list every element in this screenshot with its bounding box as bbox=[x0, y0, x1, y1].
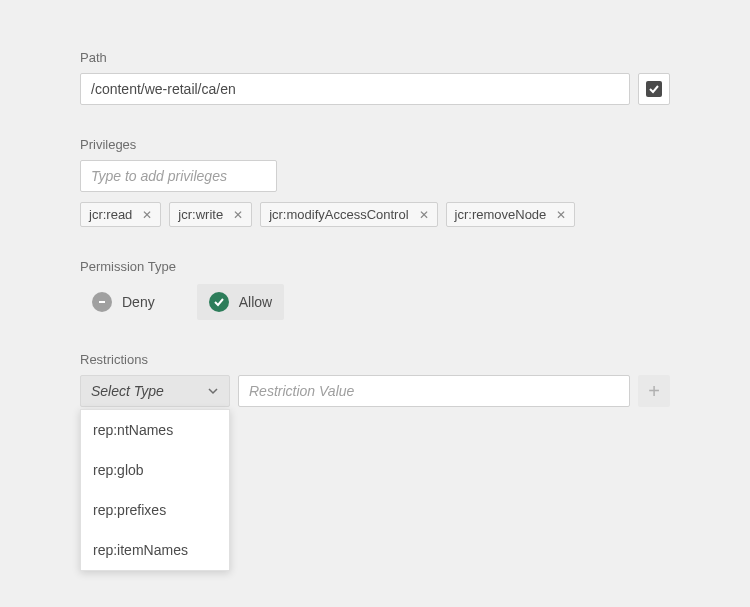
privilege-tag: jcr:removeNode ✕ bbox=[446, 202, 576, 227]
minus-icon bbox=[92, 292, 112, 312]
close-icon[interactable]: ✕ bbox=[419, 208, 429, 222]
tag-label: jcr:modifyAccessControl bbox=[269, 207, 408, 222]
allow-option[interactable]: Allow bbox=[197, 284, 284, 320]
privilege-tag: jcr:write ✕ bbox=[169, 202, 252, 227]
close-icon[interactable]: ✕ bbox=[556, 208, 566, 222]
path-checkbox[interactable] bbox=[638, 73, 670, 105]
privilege-tag: jcr:modifyAccessControl ✕ bbox=[260, 202, 437, 227]
dropdown-option[interactable]: rep:glob bbox=[81, 450, 229, 490]
restrictions-section: Restrictions Select Type rep:ntNames rep… bbox=[80, 352, 670, 407]
chevron-down-icon bbox=[207, 385, 219, 397]
close-icon[interactable]: ✕ bbox=[142, 208, 152, 222]
tag-label: jcr:read bbox=[89, 207, 132, 222]
add-restriction-button[interactable]: + bbox=[638, 375, 670, 407]
restriction-type-select[interactable]: Select Type bbox=[80, 375, 230, 407]
path-section: Path bbox=[80, 50, 670, 105]
privileges-tags: jcr:read ✕ jcr:write ✕ jcr:modifyAccessC… bbox=[80, 202, 670, 227]
restriction-value-input[interactable] bbox=[238, 375, 630, 407]
tag-label: jcr:removeNode bbox=[455, 207, 547, 222]
privileges-section: Privileges jcr:read ✕ jcr:write ✕ jcr:mo… bbox=[80, 137, 670, 227]
allow-label: Allow bbox=[239, 294, 272, 310]
restrictions-label: Restrictions bbox=[80, 352, 670, 367]
close-icon[interactable]: ✕ bbox=[233, 208, 243, 222]
tag-label: jcr:write bbox=[178, 207, 223, 222]
deny-label: Deny bbox=[122, 294, 155, 310]
privilege-tag: jcr:read ✕ bbox=[80, 202, 161, 227]
dropdown-option[interactable]: rep:itemNames bbox=[81, 530, 229, 570]
restriction-type-dropdown: rep:ntNames rep:glob rep:prefixes rep:it… bbox=[80, 409, 230, 571]
path-input[interactable] bbox=[80, 73, 630, 105]
privileges-input[interactable] bbox=[80, 160, 277, 192]
deny-option[interactable]: Deny bbox=[80, 284, 167, 320]
permission-label: Permission Type bbox=[80, 259, 670, 274]
check-icon bbox=[646, 81, 662, 97]
dropdown-option[interactable]: rep:ntNames bbox=[81, 410, 229, 450]
path-label: Path bbox=[80, 50, 670, 65]
plus-icon: + bbox=[648, 380, 660, 403]
select-label: Select Type bbox=[91, 383, 164, 399]
dropdown-option[interactable]: rep:prefixes bbox=[81, 490, 229, 530]
check-circle-icon bbox=[209, 292, 229, 312]
permission-section: Permission Type Deny Allow bbox=[80, 259, 670, 320]
privileges-label: Privileges bbox=[80, 137, 670, 152]
